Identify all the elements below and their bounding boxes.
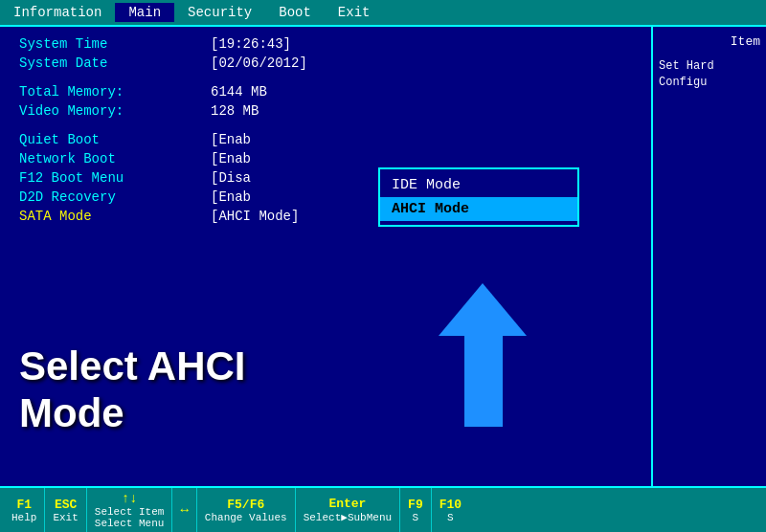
f12-boot-menu-label: F12 Boot Menu [19,170,211,186]
lr-key: ↔ [180,502,188,518]
total-memory-value: 6144 MB [211,84,267,100]
system-time-value[interactable]: [19:26:43] [211,36,291,52]
status-f1: F1 Help [4,488,45,532]
sidebar-title: Item [659,34,760,49]
quiet-boot-value[interactable]: [Enab [211,132,251,147]
esc-desc: Exit [53,512,78,523]
quiet-boot-label: Quiet Boot [19,132,211,147]
status-f5f6: F5/F6 Change Values [197,488,296,532]
status-enter: Enter Select▶SubMenu [296,488,400,532]
f1-desc: Help [11,512,36,523]
system-time-row: System Time [19:26:43] [19,36,632,52]
status-f9: F9 S [400,488,432,532]
f12-boot-menu-value[interactable]: [Disa [211,170,251,186]
system-date-value[interactable]: [02/06/2012] [211,55,307,71]
arrow-shaft [464,331,503,427]
status-bar: F1 Help ESC Exit ↑↓ Select Item Select M… [0,486,766,532]
system-date-label: System Date [19,55,211,71]
updown-key: ↑↓ [122,491,138,506]
f9-key: F9 [408,498,423,512]
status-f10: F10 S [432,488,469,532]
ahci-mode-option[interactable]: AHCI Mode [380,197,577,221]
enter-desc: Select▶SubMenu [304,511,392,523]
sata-mode-value[interactable]: [AHCI Mode] [211,209,299,224]
system-date-row: System Date [02/06/2012] [19,55,632,71]
menu-bar: Information Main Security Boot Exit [0,0,766,27]
f5f6-desc: Change Values [205,512,287,523]
f10-key: F10 [439,498,462,512]
esc-key: ESC [55,498,77,512]
ide-mode-option[interactable]: IDE Mode [380,173,577,197]
sata-mode-dropdown[interactable]: IDE Mode AHCI Mode [378,167,579,227]
arrow-head [439,283,527,336]
d2d-recovery-label: D2D Recovery [19,189,211,205]
video-memory-label: Video Memory: [19,103,211,119]
total-memory-label: Total Memory: [19,84,211,100]
menu-main[interactable]: Main [115,3,174,22]
video-memory-value: 128 MB [211,103,259,119]
right-sidebar: Item Set HardConfigu [651,27,766,486]
status-updown: ↑↓ Select Item Select Menu [87,488,173,532]
f1-key: F1 [16,498,32,512]
status-lr: ↔ [172,488,196,532]
video-memory-row: Video Memory: 128 MB [19,103,632,119]
quiet-boot-row: Quiet Boot [Enab [19,132,632,147]
sidebar-desc: Set HardConfigu [659,58,760,91]
network-boot-label: Network Boot [19,151,211,166]
system-time-label: System Time [19,36,211,52]
total-memory-row: Total Memory: 6144 MB [19,84,632,100]
enter-key: Enter [328,497,366,511]
menu-security[interactable]: Security [174,3,265,22]
f5f6-key: F5/F6 [227,498,264,512]
menu-boot[interactable]: Boot [265,3,325,22]
network-boot-row: Network Boot [Enab [19,151,632,166]
overlay-text: Select AHCIMode [19,344,246,436]
updown-desc2: Select Menu [95,518,165,529]
menu-information[interactable]: Information [0,3,115,22]
network-boot-value[interactable]: [Enab [211,151,251,166]
status-esc: ESC Exit [45,488,86,532]
f10-desc: S [447,512,454,523]
sata-mode-label: SATA Mode [19,209,211,224]
updown-desc1: Select Item [95,506,165,518]
d2d-recovery-value[interactable]: [Enab [211,189,251,205]
menu-exit[interactable]: Exit [325,3,384,22]
f9-desc: S [413,512,419,523]
